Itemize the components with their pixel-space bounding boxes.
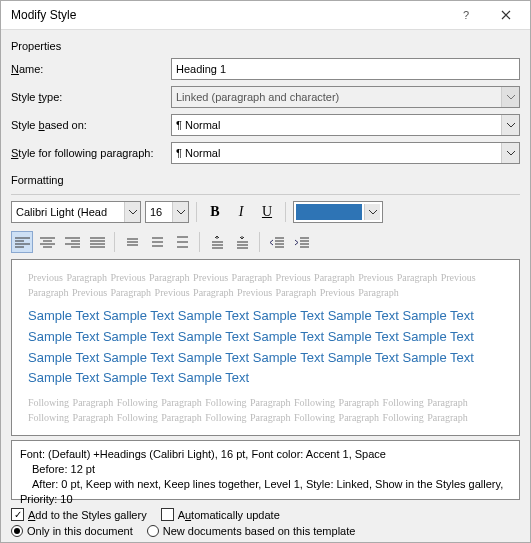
preview-pane: Previous Paragraph Previous Paragraph Pr… xyxy=(11,259,520,436)
line-spacing-1.5-button[interactable] xyxy=(146,231,168,253)
align-justify-button[interactable] xyxy=(86,231,108,253)
dialog-title: Modify Style xyxy=(11,8,446,22)
preview-prev-text: Previous Paragraph Previous Paragraph Pr… xyxy=(28,270,503,300)
chevron-down-icon xyxy=(501,87,519,107)
style-type-combo: Linked (paragraph and character) xyxy=(171,86,520,108)
new-docs-radio[interactable]: New documents based on this template xyxy=(147,525,356,537)
chevron-down-icon[interactable] xyxy=(172,202,188,222)
separator xyxy=(11,194,520,195)
chevron-down-icon[interactable] xyxy=(501,115,519,135)
based-on-combo[interactable]: ¶ Normal xyxy=(171,114,520,136)
preview-follow-text: Following Paragraph Following Paragraph … xyxy=(28,395,503,425)
based-on-label: Style based on: xyxy=(11,119,171,131)
chevron-down-icon[interactable] xyxy=(501,143,519,163)
properties-section-label: Properties xyxy=(11,40,520,52)
font-combo[interactable]: Calibri Light (Head xyxy=(11,201,141,223)
bold-button[interactable]: B xyxy=(204,201,226,223)
help-button[interactable]: ? xyxy=(446,1,486,29)
underline-button[interactable]: U xyxy=(256,201,278,223)
formatting-section-label: Formatting xyxy=(11,174,520,186)
titlebar: Modify Style ? xyxy=(1,1,530,30)
font-color-picker[interactable] xyxy=(293,201,383,223)
line-spacing-2-button[interactable] xyxy=(171,231,193,253)
close-button[interactable] xyxy=(486,1,526,29)
italic-button[interactable]: I xyxy=(230,201,252,223)
chevron-down-icon[interactable] xyxy=(124,202,140,222)
style-description: Font: (Default) +Headings (Calibri Light… xyxy=(11,440,520,500)
align-right-button[interactable] xyxy=(61,231,83,253)
line-spacing-1-button[interactable] xyxy=(121,231,143,253)
align-left-button[interactable] xyxy=(11,231,33,253)
following-combo[interactable]: ¶ Normal xyxy=(171,142,520,164)
space-before-inc-button[interactable] xyxy=(206,231,228,253)
name-label: Name: xyxy=(11,63,171,75)
name-input[interactable]: Heading 1 xyxy=(171,58,520,80)
auto-update-checkbox[interactable]: Automatically update xyxy=(161,508,280,521)
indent-inc-button[interactable] xyxy=(291,231,313,253)
size-combo[interactable]: 16 xyxy=(145,201,189,223)
color-swatch xyxy=(296,204,362,220)
space-before-dec-button[interactable] xyxy=(231,231,253,253)
preview-sample-text: Sample Text Sample Text Sample Text Samp… xyxy=(28,306,503,389)
align-center-button[interactable] xyxy=(36,231,58,253)
following-label: Style for following paragraph: xyxy=(11,147,171,159)
indent-dec-button[interactable] xyxy=(266,231,288,253)
add-gallery-checkbox[interactable]: ✓ Add to the Styles gallery xyxy=(11,508,147,521)
style-type-label: Style type: xyxy=(11,91,171,103)
chevron-down-icon[interactable] xyxy=(364,204,380,220)
only-doc-radio[interactable]: Only in this document xyxy=(11,525,133,537)
